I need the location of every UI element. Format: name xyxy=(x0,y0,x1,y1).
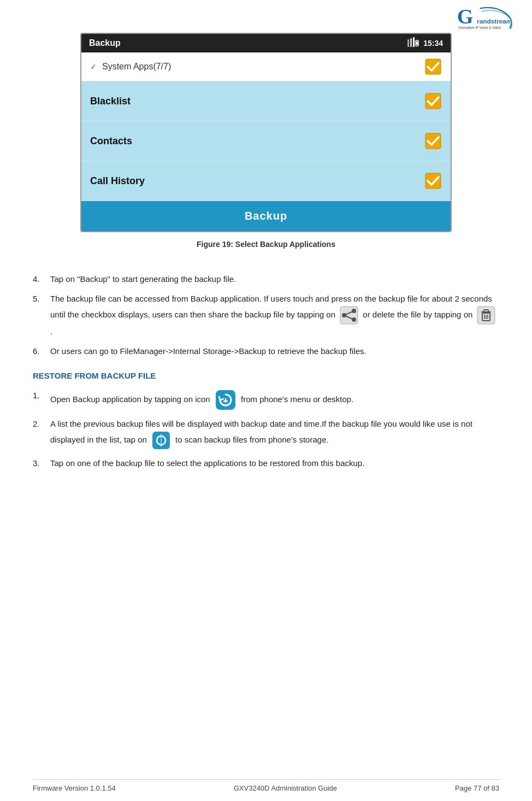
app-list: ✓ System Apps(7/7) Blacklist Contacts xyxy=(81,52,451,231)
call-history-checkbox[interactable] xyxy=(424,172,442,190)
svg-text:randstream: randstream xyxy=(477,17,512,25)
app-row-contacts[interactable]: Contacts xyxy=(81,121,451,161)
status-icon xyxy=(407,37,419,49)
restore-steps-list: 1. Open Backup application by tapping on… xyxy=(33,389,499,470)
figure-caption: Figure 19: Select Backup Applications xyxy=(0,240,532,249)
step-6: 6. Or users can go to FileManager->Inter… xyxy=(33,345,499,358)
backup-app-icon xyxy=(215,389,237,411)
app-row-call-history[interactable]: Call History xyxy=(81,161,451,201)
clock-time: 15:34 xyxy=(423,39,443,48)
restore-section-heading: RESTORE FROM BACKUP FILE xyxy=(33,371,499,380)
call-history-label: Call History xyxy=(90,175,145,187)
footer-left: Firmware Version 1.0.1.54 xyxy=(33,784,116,792)
svg-text:G: G xyxy=(457,5,474,28)
app-row-blacklist[interactable]: Blacklist xyxy=(81,81,451,121)
restore-step-1-text: Open Backup application by tapping on ic… xyxy=(50,389,353,411)
restore-step-3-text: Tap on one of the backup file to select … xyxy=(50,457,364,470)
restore-step-1-num: 1. xyxy=(33,389,46,402)
step-6-text: Or users can go to FileManager->Internal… xyxy=(50,345,367,358)
device-screenshot: Backup 15:34 ✓ System Apps(7/7) xyxy=(80,33,452,232)
system-apps-left: ✓ System Apps(7/7) xyxy=(90,62,171,72)
share-icon xyxy=(339,305,359,325)
svg-rect-3 xyxy=(407,39,409,47)
trash-icon xyxy=(476,305,496,325)
svg-rect-7 xyxy=(416,42,418,45)
status-bar-right: 15:34 xyxy=(407,37,443,49)
logo-area: G Innovative IP Voice & Video randstream xyxy=(456,4,521,33)
restore-step-2-num: 2. xyxy=(33,417,46,431)
backup-button[interactable]: Backup xyxy=(81,201,451,231)
app-title: Backup xyxy=(89,38,121,48)
footer: Firmware Version 1.0.1.54 GXV3240D Admin… xyxy=(33,779,499,792)
restore-step-3-num: 3. xyxy=(33,457,46,470)
svg-text:Innovative IP Voice & Video: Innovative IP Voice & Video xyxy=(458,26,501,30)
contacts-checkbox[interactable] xyxy=(424,132,442,150)
footer-center: GXV3240D Administration Guide xyxy=(234,784,337,792)
blacklist-checkbox[interactable] xyxy=(424,92,442,110)
footer-right: Page 77 of 83 xyxy=(455,784,499,792)
step-4-text: Tap on "Backup" to start generating the … xyxy=(50,273,236,286)
step-5-text: The backup file can be accessed from Bac… xyxy=(50,292,499,338)
restore-step-2: 2. A list the previous backup files will… xyxy=(33,417,499,450)
step-6-num: 6. xyxy=(33,345,46,358)
svg-rect-5 xyxy=(413,37,415,47)
step-4: 4. Tap on "Backup" to start generating t… xyxy=(33,273,499,286)
steps-list: 4. Tap on "Backup" to start generating t… xyxy=(33,273,499,358)
scan-icon xyxy=(151,431,171,450)
restore-step-2-text: A list the previous backup files will be… xyxy=(50,417,499,450)
contacts-label: Contacts xyxy=(90,136,132,147)
status-bar: Backup 15:34 xyxy=(81,34,451,52)
grandstream-logo: G Innovative IP Voice & Video randstream xyxy=(456,4,521,32)
system-apps-checkbox[interactable] xyxy=(424,58,442,75)
system-apps-label: System Apps(7/7) xyxy=(102,62,171,72)
main-content: 4. Tap on "Backup" to start generating t… xyxy=(0,262,532,487)
step-5-num: 5. xyxy=(33,292,46,305)
restore-step-1: 1. Open Backup application by tapping on… xyxy=(33,389,499,411)
chevron-down-icon: ✓ xyxy=(90,62,97,71)
blacklist-label: Blacklist xyxy=(90,96,131,107)
step-5: 5. The backup file can be accessed from … xyxy=(33,292,499,338)
svg-rect-4 xyxy=(410,38,412,47)
restore-step-3: 3. Tap on one of the backup file to sele… xyxy=(33,457,499,470)
system-apps-row: ✓ System Apps(7/7) xyxy=(81,52,451,81)
step-4-num: 4. xyxy=(33,273,46,286)
